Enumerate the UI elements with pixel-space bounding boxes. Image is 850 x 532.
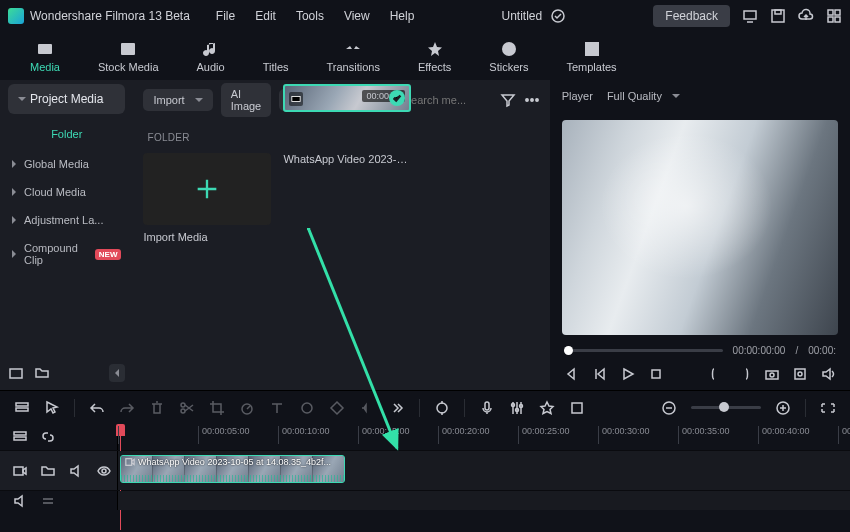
link-icon[interactable] <box>40 429 56 445</box>
svg-point-17 <box>526 99 528 101</box>
mute-track-icon[interactable] <box>68 463 84 479</box>
import-button[interactable]: Import <box>143 89 212 111</box>
capture-icon[interactable] <box>792 366 808 382</box>
menu-file[interactable]: File <box>216 9 235 23</box>
video-preview[interactable] <box>562 120 838 335</box>
play-icon[interactable] <box>620 366 636 382</box>
snapshot-icon[interactable] <box>764 366 780 382</box>
zoom-in-icon[interactable] <box>775 400 791 416</box>
tab-transitions[interactable]: Transitions <box>327 39 380 73</box>
feedback-button[interactable]: Feedback <box>653 5 730 27</box>
stickers-icon <box>499 39 519 59</box>
audio-track-icon[interactable] <box>12 493 28 509</box>
scrub-bar[interactable] <box>564 349 723 352</box>
tab-effects[interactable]: Effects <box>418 39 451 73</box>
cloud-upload-icon[interactable] <box>798 8 814 24</box>
mixer-icon[interactable] <box>509 400 525 416</box>
timeline-clip[interactable]: WhatsApp Video 2023-10-05 at 14.08.35_4b… <box>120 455 345 483</box>
zoom-slider[interactable] <box>691 406 761 409</box>
redo-icon[interactable] <box>119 400 135 416</box>
mark-out-icon[interactable] <box>736 366 752 382</box>
svg-rect-23 <box>766 371 778 379</box>
sidebar-item-compound-clip[interactable]: Compound ClipNEW <box>0 234 133 274</box>
video-track-icon[interactable] <box>12 463 28 479</box>
filter-icon[interactable] <box>500 92 516 108</box>
chevron-right-icon <box>12 188 16 196</box>
search-input[interactable] <box>404 94 484 106</box>
split-icon[interactable] <box>179 400 195 416</box>
clip-thumbnail[interactable]: 00:00:13 <box>283 84 411 112</box>
save-icon[interactable] <box>770 8 786 24</box>
ruler-tick: 00:00:20:00 <box>438 426 490 444</box>
audio-waveform <box>121 475 344 482</box>
grid-icon[interactable] <box>826 8 842 24</box>
render-icon[interactable] <box>569 400 585 416</box>
ai-image-button[interactable]: AI Image <box>221 83 272 117</box>
media-clip-card[interactable]: 00:00:13 WhatsApp Video 2023-10-05... <box>283 153 411 243</box>
collapse-sidebar-button[interactable] <box>109 364 125 382</box>
more-icon[interactable] <box>524 92 540 108</box>
svg-rect-41 <box>14 432 26 435</box>
tab-media[interactable]: Media <box>30 39 60 73</box>
import-thumb[interactable] <box>143 153 271 225</box>
templates-icon <box>582 39 602 59</box>
tab-stock-media[interactable]: Stock Media <box>98 39 159 73</box>
track-stack-icon[interactable] <box>12 429 28 445</box>
monitor-icon[interactable] <box>742 8 758 24</box>
svg-rect-22 <box>652 370 660 378</box>
import-media-card[interactable]: Import Media <box>143 153 271 243</box>
mic-icon[interactable] <box>479 400 495 416</box>
undo-icon[interactable] <box>89 400 105 416</box>
delete-icon[interactable] <box>149 400 165 416</box>
mark-in-icon[interactable] <box>708 366 724 382</box>
text-icon[interactable] <box>269 400 285 416</box>
crop-icon[interactable] <box>209 400 225 416</box>
menu-help[interactable]: Help <box>390 9 415 23</box>
menu-tools[interactable]: Tools <box>296 9 324 23</box>
menu-view[interactable]: View <box>344 9 370 23</box>
video-track[interactable]: WhatsApp Video 2023-10-05 at 14.08.35_4b… <box>118 451 850 490</box>
quality-dropdown[interactable]: Full Quality <box>607 90 680 102</box>
sidebar-item-global-media[interactable]: Global Media <box>0 150 133 178</box>
timeline-ruler[interactable]: 00:00:05:00 00:00:10:00 00:00:15:00 00:0… <box>118 424 850 450</box>
color-icon[interactable] <box>299 400 315 416</box>
more-tools-icon[interactable] <box>389 400 405 416</box>
subclip-icon <box>289 92 303 106</box>
tab-templates[interactable]: Templates <box>566 39 616 73</box>
svg-point-19 <box>536 99 538 101</box>
folder-tab[interactable]: Folder <box>0 118 133 150</box>
tab-stickers[interactable]: Stickers <box>489 39 528 73</box>
timeline-options-icon[interactable] <box>14 400 30 416</box>
svg-point-29 <box>181 403 185 407</box>
pointer-tool-icon[interactable] <box>44 400 60 416</box>
scrub-thumb[interactable] <box>564 346 573 355</box>
speed-icon[interactable] <box>239 400 255 416</box>
ai-icon[interactable] <box>539 400 555 416</box>
audio-tool-icon[interactable] <box>359 400 375 416</box>
zoom-out-icon[interactable] <box>661 400 677 416</box>
marker-icon[interactable] <box>434 400 450 416</box>
volume-icon[interactable] <box>820 366 836 382</box>
track-more-icon[interactable] <box>40 493 56 509</box>
clip-name: WhatsApp Video 2023-10-05... <box>283 153 411 165</box>
add-track-icon[interactable] <box>40 463 56 479</box>
audio-track[interactable] <box>118 491 850 510</box>
hide-track-icon[interactable] <box>96 463 112 479</box>
sidebar-item-adjustment-layer[interactable]: Adjustment La... <box>0 206 133 234</box>
clip-bin-icon[interactable] <box>8 365 24 381</box>
tab-audio[interactable]: Audio <box>197 39 225 73</box>
sidebar-item-cloud-media[interactable]: Cloud Media <box>0 178 133 206</box>
keyframe-icon[interactable] <box>329 400 345 416</box>
fit-timeline-icon[interactable] <box>820 400 836 416</box>
new-folder-icon[interactable] <box>34 365 50 381</box>
sidebar-header[interactable]: Project Media <box>8 84 125 114</box>
prev-frame-icon[interactable] <box>564 366 580 382</box>
menu-edit[interactable]: Edit <box>255 9 276 23</box>
step-back-icon[interactable] <box>592 366 608 382</box>
zoom-slider-thumb[interactable] <box>719 402 729 412</box>
ruler-tick: 00:00:30:00 <box>598 426 650 444</box>
svg-point-30 <box>181 409 185 413</box>
stop-icon[interactable] <box>648 366 664 382</box>
sidebar-item-label: Global Media <box>24 158 89 170</box>
tab-titles[interactable]: Titles <box>263 39 289 73</box>
